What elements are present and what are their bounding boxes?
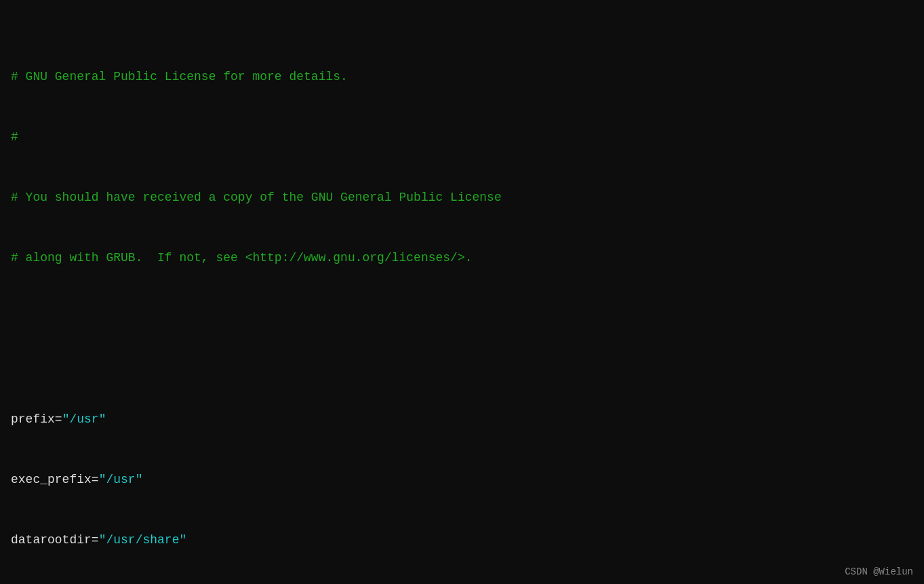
line-8: datarootdir="/usr/share": [11, 530, 913, 551]
line-3: # You should have received a copy of the…: [11, 188, 913, 208]
line-7: exec_prefix="/usr": [11, 470, 913, 490]
line-1: # GNU General Public License for more de…: [11, 67, 913, 87]
watermark-label: CSDN @Wielun: [845, 566, 913, 577]
line-5: [11, 309, 913, 329]
line-6: prefix="/usr": [11, 410, 913, 430]
code-editor: # GNU General Public License for more de…: [0, 0, 924, 584]
line-2: #: [11, 128, 913, 148]
line-4: # along with GRUB. If not, see <http://w…: [11, 248, 913, 269]
